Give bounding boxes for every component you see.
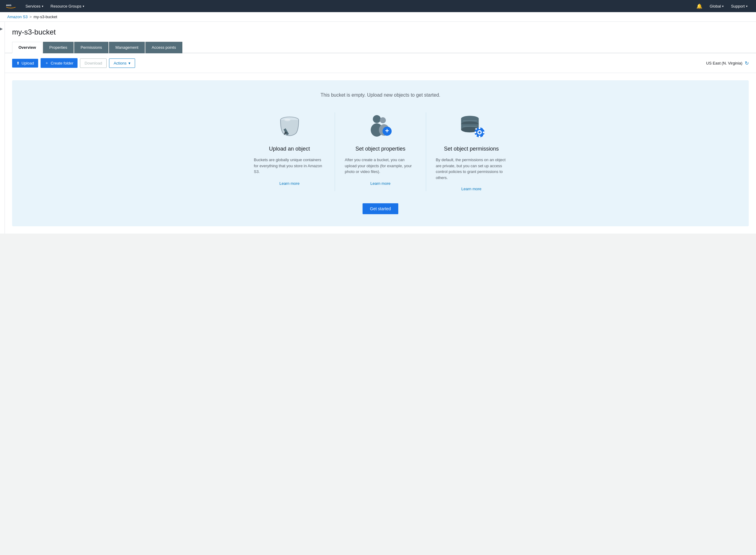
global-menu[interactable]: Global ▾: [706, 0, 727, 12]
global-chevron-icon: ▾: [722, 5, 724, 8]
toolbar: ⬆ Upload ＋ Create folder Download Action…: [5, 53, 756, 73]
empty-state-container: This bucket is empty. Upload new objects…: [12, 80, 749, 226]
feature-permissions-learn-more[interactable]: Learn more: [436, 186, 507, 191]
resource-groups-chevron-icon: ▾: [83, 5, 84, 8]
feature-properties-desc: After you create a bucket, you can uploa…: [345, 157, 416, 175]
feature-upload: Upload an object Buckets are globally un…: [244, 113, 335, 191]
actions-button[interactable]: Actions ▾: [109, 58, 135, 68]
sidebar-toggle[interactable]: ▶: [0, 22, 5, 233]
svg-point-9: [380, 117, 386, 123]
svg-text:aws: aws: [6, 4, 11, 7]
region-info: US East (N. Virginia) ↻: [706, 60, 749, 66]
create-folder-button[interactable]: ＋ Create folder: [41, 58, 78, 68]
top-nav: aws Services ▾ Resource Groups ▾ 🔔 Globa…: [0, 0, 756, 12]
support-menu[interactable]: Support ▾: [727, 0, 751, 12]
tab-properties[interactable]: Properties: [43, 42, 74, 53]
services-chevron-icon: ▾: [42, 5, 43, 8]
plus-icon: ＋: [45, 60, 49, 66]
feature-properties-title: Set object properties: [345, 146, 416, 152]
empty-state-message: This bucket is empty. Upload new objects…: [19, 92, 742, 98]
feature-upload-desc: Buckets are globally unique containers f…: [254, 157, 325, 175]
svg-rect-26: [483, 131, 484, 133]
support-chevron-icon: ▾: [746, 5, 748, 8]
page-title: my-s3-bucket: [12, 28, 749, 36]
upload-icon: ⬆: [16, 61, 20, 66]
feature-upload-learn-more[interactable]: Learn more: [254, 181, 325, 186]
feature-properties-learn-more[interactable]: Learn more: [345, 181, 416, 186]
feature-permissions-title: Set object permissions: [436, 146, 507, 152]
set-properties-icon: +: [365, 113, 396, 140]
svg-point-22: [479, 131, 481, 133]
services-menu[interactable]: Services ▾: [22, 0, 47, 12]
refresh-icon[interactable]: ↻: [745, 60, 749, 66]
features-grid: Upload an object Buckets are globally un…: [244, 113, 517, 191]
svg-text:+: +: [385, 127, 389, 134]
feature-permissions: Set object permissions By default, the p…: [426, 113, 517, 191]
notifications-bell-icon[interactable]: 🔔: [693, 0, 706, 12]
aws-logo[interactable]: aws: [5, 2, 17, 10]
breadcrumb-current: my-s3-bucket: [34, 14, 57, 19]
feature-upload-title: Upload an object: [254, 146, 325, 152]
tab-management[interactable]: Management: [109, 42, 145, 53]
resource-groups-menu[interactable]: Resource Groups ▾: [47, 0, 88, 12]
set-permissions-icon: [456, 113, 486, 140]
breadcrumb: Amazon S3 > my-s3-bucket: [0, 12, 756, 22]
breadcrumb-separator: >: [29, 14, 32, 19]
tab-bar: Overview Properties Permissions Manageme…: [5, 41, 756, 53]
svg-point-6: [284, 119, 291, 121]
sidebar-toggle-arrow-icon: ▶: [0, 27, 3, 31]
download-button[interactable]: Download: [80, 58, 106, 68]
breadcrumb-parent-link[interactable]: Amazon S3: [7, 14, 28, 19]
get-started-button[interactable]: Get started: [363, 203, 398, 214]
page-header: my-s3-bucket: [5, 22, 756, 36]
upload-button[interactable]: ⬆ Upload: [12, 59, 38, 68]
svg-rect-24: [479, 136, 480, 137]
feature-permissions-desc: By default, the permissions on an object…: [436, 157, 507, 180]
tab-permissions[interactable]: Permissions: [74, 42, 108, 53]
svg-rect-25: [475, 131, 476, 133]
svg-rect-23: [479, 128, 480, 129]
tab-overview[interactable]: Overview: [12, 42, 42, 53]
actions-chevron-icon: ▾: [128, 61, 131, 66]
upload-object-icon: [274, 113, 305, 140]
svg-point-7: [373, 115, 381, 123]
feature-properties: + Set object properties After you create…: [335, 113, 426, 191]
tab-access-points[interactable]: Access points: [145, 42, 182, 53]
